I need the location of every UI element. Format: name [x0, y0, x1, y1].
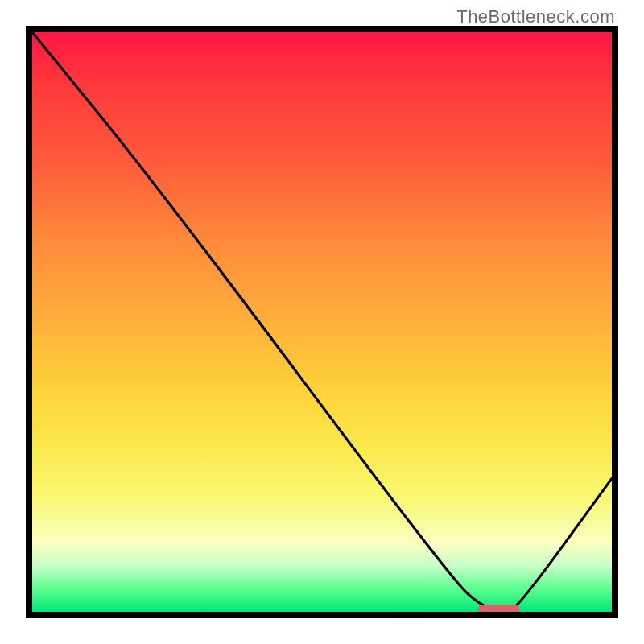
optimal-marker	[478, 605, 518, 612]
bottleneck-curve	[32, 32, 612, 609]
plot-area	[32, 32, 612, 612]
curve-svg	[32, 32, 612, 612]
plot-frame	[26, 26, 618, 618]
chart-container: TheBottleneck.com	[0, 0, 644, 644]
watermark-text: TheBottleneck.com	[456, 6, 615, 27]
